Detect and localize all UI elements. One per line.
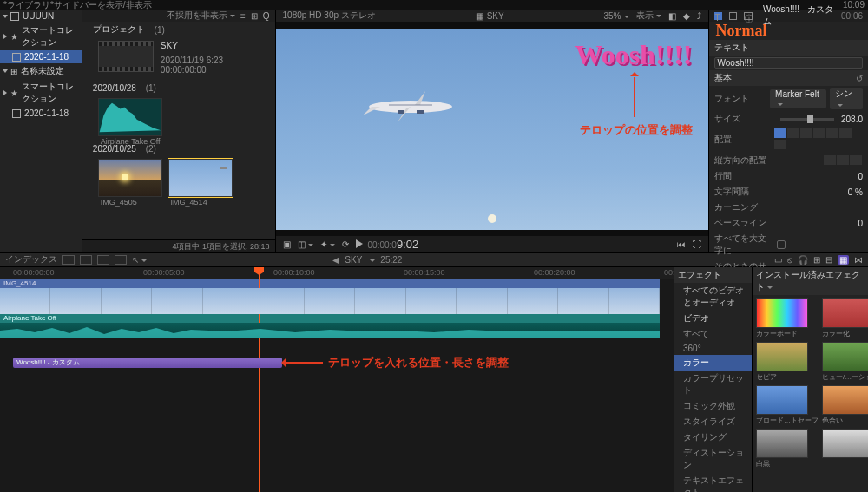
fx-cat[interactable]: すべてのビデオとオーディオ xyxy=(674,283,752,311)
tl-view1[interactable] xyxy=(62,255,75,265)
fx-cat[interactable]: ディストーション xyxy=(674,445,752,473)
effect-item[interactable]: ブロード…トセーフ xyxy=(756,385,819,425)
tool-transform-icon[interactable]: ▣ xyxy=(283,239,291,249)
annotation-arrow-timeline xyxy=(286,362,323,364)
share-icon[interactable]: ⤴ xyxy=(697,11,701,21)
viewer-footer: ▣ ◫ ✦ ⟳ 00:00:09:02 ⏮ ⛶ xyxy=(276,236,708,252)
project-item[interactable]: SKY 2020/11/19 6:23 00:00:00:00 xyxy=(82,37,275,82)
grid-view-icon[interactable]: ⊞ xyxy=(251,11,258,21)
clip-airplane-audio[interactable]: Airplane Take Off xyxy=(98,98,162,136)
sidebar-item-event-sel[interactable]: 2020-11-18 xyxy=(0,50,82,63)
effects-grid: インストール済みエフェクト カラーボード カラー化 セピア ヒュー/…ーション … xyxy=(752,267,868,492)
tab-info-icon[interactable]: ⓘ xyxy=(744,12,753,20)
star-icon: ★ xyxy=(10,89,18,98)
sidebar-item-library[interactable]: UUUUN xyxy=(0,10,82,23)
calendar-icon xyxy=(12,109,21,118)
sidebar-item-smart2[interactable]: ★スマートコレクション xyxy=(0,79,82,107)
scope-icon[interactable]: ◧ xyxy=(668,11,676,21)
tl-view4[interactable] xyxy=(115,255,127,265)
group-basic: 基本↺ xyxy=(709,70,868,86)
inspector-tc: 00:06 xyxy=(841,11,863,21)
inspector: T ⓘ Woosh!!!! - カスタム 00:06 Normal テキスト W… xyxy=(708,10,868,252)
effect-item[interactable]: ヒュー/…ーション xyxy=(822,342,868,382)
list-view-icon[interactable]: ≡ xyxy=(240,11,246,21)
project-date: 2020/11/19 6:23 xyxy=(161,56,223,65)
star-icon: ★ xyxy=(10,32,18,42)
uppercase-checkbox[interactable] xyxy=(777,240,786,249)
sidebar-item-untitled[interactable]: ⊞名称未設定 xyxy=(0,63,82,79)
fx-cat[interactable]: ビデオ xyxy=(674,311,752,326)
view-dropdown[interactable]: 表示 xyxy=(636,10,661,22)
clock: 10:09 xyxy=(843,0,865,10)
tool-retime-icon[interactable]: ⟳ xyxy=(342,239,349,249)
font-face-dropdown[interactable]: シン xyxy=(830,88,863,109)
clip-img4514[interactable]: IMG_4514 xyxy=(168,159,233,197)
fx-cat[interactable]: スタイライズ xyxy=(674,414,752,430)
effect-item[interactable]: カラー化 xyxy=(822,298,868,338)
tl-tool-d[interactable]: ⊟ xyxy=(825,255,832,265)
tool-select-dropdown[interactable]: ↖︎ xyxy=(132,255,147,265)
valign-buttons[interactable] xyxy=(824,155,863,167)
format-label: 1080p HD 30p ステレオ xyxy=(283,10,376,22)
tl-view2[interactable] xyxy=(80,255,92,265)
fx-cat[interactable]: カラープリセット xyxy=(674,371,752,398)
tl-effects-icon[interactable]: ▦ xyxy=(838,255,849,265)
size-slider[interactable] xyxy=(780,118,834,121)
sidebar-item-event2[interactable]: 2020-11-18 xyxy=(0,107,82,120)
effect-item[interactable]: 色合い xyxy=(822,385,868,425)
fx-cat-selected[interactable]: カラー xyxy=(674,355,752,371)
title-clip[interactable]: Woosh!!!! - カスタム xyxy=(13,358,282,368)
tl-tool-a[interactable]: ▭ xyxy=(774,255,782,265)
tl-tool-b[interactable]: ⎋ xyxy=(787,255,792,265)
tool-enhance-icon[interactable]: ✦ xyxy=(320,239,335,249)
project-section-header[interactable]: プロジェクト (1) xyxy=(82,22,275,37)
tab-text-icon[interactable]: T xyxy=(714,12,722,20)
color-icon[interactable]: ◆ xyxy=(683,11,690,21)
search-icon[interactable]: Q xyxy=(263,11,270,21)
history-back-icon[interactable]: ◀ xyxy=(332,255,339,265)
effect-item[interactable] xyxy=(822,429,868,469)
effect-item[interactable]: カラーボード xyxy=(756,298,819,338)
play-icon[interactable] xyxy=(356,239,363,248)
audio-clip[interactable]: Airplane Take Off xyxy=(0,314,660,338)
align-buttons[interactable] xyxy=(774,128,863,151)
effect-item[interactable]: セピア xyxy=(756,342,819,382)
effect-item[interactable]: 白黒 xyxy=(756,429,819,469)
clip-img4505[interactable]: IMG_4505 xyxy=(98,159,162,197)
fx-cat[interactable]: タイリング xyxy=(674,430,752,445)
project-duration: 00:00:00:00 xyxy=(161,65,223,75)
font-dropdown[interactable]: Marker Felt xyxy=(770,89,826,108)
tool-crop-icon[interactable]: ◫ xyxy=(298,239,313,249)
tab-video-icon[interactable] xyxy=(729,12,737,20)
tl-audio-icon[interactable]: 🎧 xyxy=(798,255,808,265)
text-input[interactable]: Woosh!!!! xyxy=(714,57,864,69)
calendar-icon xyxy=(12,53,21,62)
tl-transitions-icon[interactable]: ⋈ xyxy=(854,255,863,265)
inspector-title: Woosh!!!! - カスタム xyxy=(763,3,834,28)
fullscreen-icon[interactable]: ⛶ xyxy=(693,239,701,249)
fx-cat[interactable]: コミック外観 xyxy=(674,398,752,414)
field-size: サイズ208.0 xyxy=(709,111,868,127)
reset-icon[interactable]: ↺ xyxy=(856,74,863,83)
film-icon: ▦ xyxy=(476,11,483,21)
index-button[interactable]: インデックス xyxy=(5,253,57,266)
event1-header[interactable]: 2020/10/28 (1) xyxy=(82,82,275,95)
tl-view3[interactable] xyxy=(97,255,109,265)
timeline[interactable]: 00:00:00:00 00:00:05:00 00:00:10:00 00:0… xyxy=(0,267,674,492)
sidebar-item-smart[interactable]: ★スマートコレクション xyxy=(0,23,82,50)
tl-tool-c[interactable]: ⊞ xyxy=(813,255,820,265)
timeline-ruler[interactable]: 00:00:00:00 00:00:05:00 00:00:10:00 00:0… xyxy=(0,267,674,279)
title-text-overlay[interactable]: Woosh!!!! xyxy=(575,39,692,71)
video-clip[interactable]: IMG_4514 xyxy=(0,279,660,314)
fx-cat[interactable]: 360° xyxy=(674,342,752,355)
fx-cat[interactable]: テキストエフェクト xyxy=(674,473,752,492)
filter-dropdown[interactable]: 不採用を非表示 xyxy=(167,10,235,22)
moon-icon xyxy=(488,214,496,223)
installed-effects-dropdown[interactable]: インストール済みエフェクト xyxy=(756,269,865,293)
viewer-canvas[interactable]: Woosh!!!! テロップの位置を調整 xyxy=(276,29,708,230)
fx-cat[interactable]: すべて xyxy=(674,326,752,342)
zoom-dropdown[interactable]: 35% xyxy=(604,11,629,21)
annotation-arrow xyxy=(634,77,635,117)
prev-frame-icon[interactable]: ⏮ xyxy=(677,239,686,249)
timeline-title-drop[interactable] xyxy=(367,255,375,265)
